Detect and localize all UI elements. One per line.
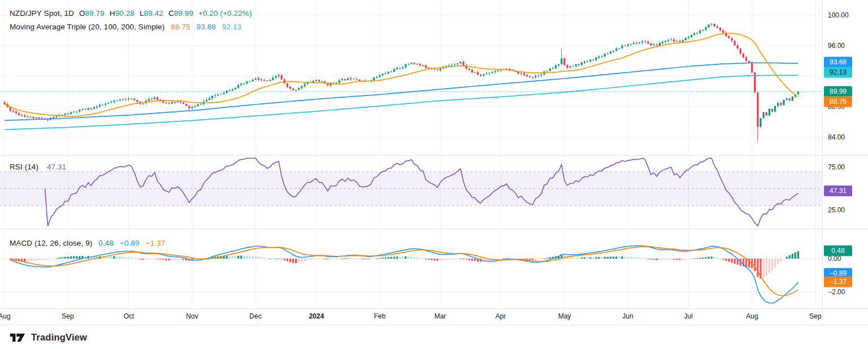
ohlc-value: 90.28 bbox=[115, 9, 134, 18]
macd-legend-value: −0.89 bbox=[120, 239, 140, 247]
rsi-legend-value: 47.31 bbox=[47, 163, 66, 171]
macd-legend[interactable]: MACD (12, 26, close, 9)0.48−0.89−1.37 bbox=[10, 239, 165, 247]
ma-triple-legend[interactable]: Moving Average Triple (20, 100, 200, Sim… bbox=[10, 23, 241, 31]
ma-legend-value: 92.13 bbox=[222, 23, 241, 31]
tradingview-wordmark: TradingView bbox=[31, 332, 87, 343]
ohlc-values: O89.79H90.28L89.42C89.99 bbox=[74, 9, 193, 18]
symbol-legend[interactable]: NZD/JPY Spot, 1DO89.79H90.28L89.42C89.99… bbox=[10, 9, 252, 18]
ma-legend-value: 88.75 bbox=[171, 23, 190, 31]
macd-legend-label: MACD (12, 26, close, 9) bbox=[10, 239, 92, 247]
ma-legend-values: 88.7593.6892.13 bbox=[164, 23, 241, 31]
ohlc-value: 89.99 bbox=[174, 9, 193, 18]
tradingview-logo[interactable]: TradingView bbox=[9, 331, 87, 343]
macd-legend-value: −1.37 bbox=[146, 239, 166, 247]
ohlc-value: 89.42 bbox=[144, 9, 163, 18]
ohlc-key: H bbox=[110, 9, 115, 18]
rsi-legend[interactable]: RSI (14) 47.31 bbox=[10, 163, 66, 171]
tradingview-icon bbox=[9, 331, 26, 343]
macd-legend-value: 0.48 bbox=[98, 239, 114, 247]
ohlc-key: O bbox=[79, 9, 85, 18]
price-chart-canvas[interactable] bbox=[0, 0, 868, 325]
ma-legend-value: 93.68 bbox=[197, 23, 216, 31]
ohlc-key: C bbox=[168, 9, 174, 18]
chart-root: NZD/JPY Spot, 1DO89.79H90.28L89.42C89.99… bbox=[0, 0, 868, 349]
ma-legend-label: Moving Average Triple (20, 100, 200, Sim… bbox=[10, 23, 164, 31]
macd-legend-values: 0.48−0.89−1.37 bbox=[92, 239, 165, 247]
ohlc-value: 89.79 bbox=[85, 9, 105, 18]
symbol-title: NZD/JPY Spot, 1D bbox=[10, 9, 74, 18]
price-change: +0.20 (+0.22%) bbox=[198, 9, 251, 18]
ohlc-key: L bbox=[140, 9, 144, 18]
rsi-legend-label: RSI (14) bbox=[10, 163, 38, 171]
